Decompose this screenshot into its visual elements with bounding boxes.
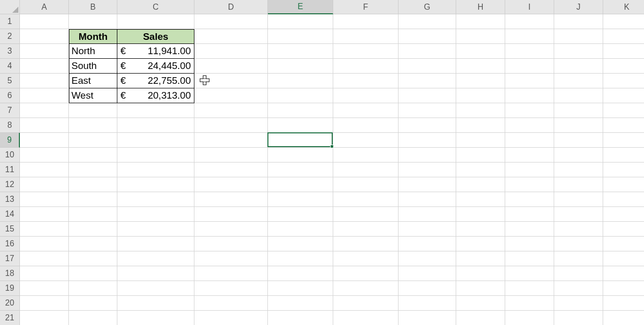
cell-G8[interactable] [399, 118, 456, 133]
cell-B10[interactable] [69, 148, 117, 163]
cell-H18[interactable] [456, 266, 505, 281]
cell-G3[interactable] [399, 44, 456, 59]
cell-I21[interactable] [505, 311, 554, 325]
cell-F8[interactable] [333, 118, 399, 133]
cell-D14[interactable] [194, 207, 268, 222]
cell-J2[interactable] [554, 29, 603, 44]
cell-E9[interactable] [268, 133, 333, 148]
cell-C3[interactable]: €11,941.00 [117, 44, 194, 59]
cell-K1[interactable] [603, 14, 644, 29]
cell-D4[interactable] [194, 59, 268, 74]
cell-A21[interactable] [20, 311, 69, 325]
cell-A4[interactable] [20, 59, 69, 74]
cell-A16[interactable] [20, 237, 69, 251]
column-header-E[interactable]: E [268, 0, 333, 14]
row-header-18[interactable]: 18 [0, 266, 20, 281]
select-all-corner[interactable] [0, 0, 20, 14]
cell-K3[interactable] [603, 44, 644, 59]
cell-H6[interactable] [456, 88, 505, 103]
cell-I7[interactable] [505, 103, 554, 118]
cell-G11[interactable] [399, 163, 456, 177]
row-header-2[interactable]: 2 [0, 29, 20, 44]
cell-B17[interactable] [69, 251, 117, 266]
cell-C7[interactable] [117, 103, 194, 118]
cell-B19[interactable] [69, 281, 117, 296]
cell-C15[interactable] [117, 222, 194, 237]
cell-I12[interactable] [505, 177, 554, 192]
cell-D16[interactable] [194, 237, 268, 251]
cell-H9[interactable] [456, 133, 505, 148]
cell-I13[interactable] [505, 192, 554, 207]
cell-F13[interactable] [333, 192, 399, 207]
cell-K19[interactable] [603, 281, 644, 296]
cell-F6[interactable] [333, 88, 399, 103]
cell-E1[interactable] [268, 14, 333, 29]
cell-K15[interactable] [603, 222, 644, 237]
cell-A2[interactable] [20, 29, 69, 44]
cell-F9[interactable] [333, 133, 399, 148]
cell-E17[interactable] [268, 251, 333, 266]
cell-H7[interactable] [456, 103, 505, 118]
cell-J4[interactable] [554, 59, 603, 74]
cell-K4[interactable] [603, 59, 644, 74]
cell-E4[interactable] [268, 59, 333, 74]
cell-H8[interactable] [456, 118, 505, 133]
cell-B20[interactable] [69, 296, 117, 311]
row-header-10[interactable]: 10 [0, 148, 20, 163]
cell-G19[interactable] [399, 281, 456, 296]
cell-B15[interactable] [69, 222, 117, 237]
cell-A3[interactable] [20, 44, 69, 59]
cell-F19[interactable] [333, 281, 399, 296]
cell-F4[interactable] [333, 59, 399, 74]
row-header-11[interactable]: 11 [0, 163, 20, 177]
cell-F7[interactable] [333, 103, 399, 118]
cell-F15[interactable] [333, 222, 399, 237]
row-header-4[interactable]: 4 [0, 59, 20, 74]
cell-E10[interactable] [268, 148, 333, 163]
cell-A15[interactable] [20, 222, 69, 237]
cell-G10[interactable] [399, 148, 456, 163]
cell-C20[interactable] [117, 296, 194, 311]
cell-B6[interactable]: West [69, 88, 117, 103]
row-header-15[interactable]: 15 [0, 222, 20, 237]
cell-I3[interactable] [505, 44, 554, 59]
cell-I16[interactable] [505, 237, 554, 251]
cell-I11[interactable] [505, 163, 554, 177]
cell-I19[interactable] [505, 281, 554, 296]
cell-A19[interactable] [20, 281, 69, 296]
cell-E21[interactable] [268, 311, 333, 325]
cell-E5[interactable] [268, 74, 333, 88]
cell-K20[interactable] [603, 296, 644, 311]
cell-F11[interactable] [333, 163, 399, 177]
cell-D11[interactable] [194, 163, 268, 177]
cell-D20[interactable] [194, 296, 268, 311]
cell-E20[interactable] [268, 296, 333, 311]
cell-H14[interactable] [456, 207, 505, 222]
cell-D15[interactable] [194, 222, 268, 237]
row-header-13[interactable]: 13 [0, 192, 20, 207]
cell-C8[interactable] [117, 118, 194, 133]
cell-I8[interactable] [505, 118, 554, 133]
cell-G6[interactable] [399, 88, 456, 103]
cell-A11[interactable] [20, 163, 69, 177]
cell-C11[interactable] [117, 163, 194, 177]
row-header-14[interactable]: 14 [0, 207, 20, 222]
row-header-6[interactable]: 6 [0, 88, 20, 103]
cell-I4[interactable] [505, 59, 554, 74]
cell-D6[interactable] [194, 88, 268, 103]
cell-D10[interactable] [194, 148, 268, 163]
cell-B13[interactable] [69, 192, 117, 207]
column-header-F[interactable]: F [333, 0, 399, 14]
cell-H19[interactable] [456, 281, 505, 296]
cell-K2[interactable] [603, 29, 644, 44]
cell-A20[interactable] [20, 296, 69, 311]
cell-G17[interactable] [399, 251, 456, 266]
cell-C5[interactable]: €22,755.00 [117, 74, 194, 88]
cell-J6[interactable] [554, 88, 603, 103]
row-header-3[interactable]: 3 [0, 44, 20, 59]
cell-H20[interactable] [456, 296, 505, 311]
cell-B11[interactable] [69, 163, 117, 177]
cell-B12[interactable] [69, 177, 117, 192]
cell-F18[interactable] [333, 266, 399, 281]
cell-J14[interactable] [554, 207, 603, 222]
